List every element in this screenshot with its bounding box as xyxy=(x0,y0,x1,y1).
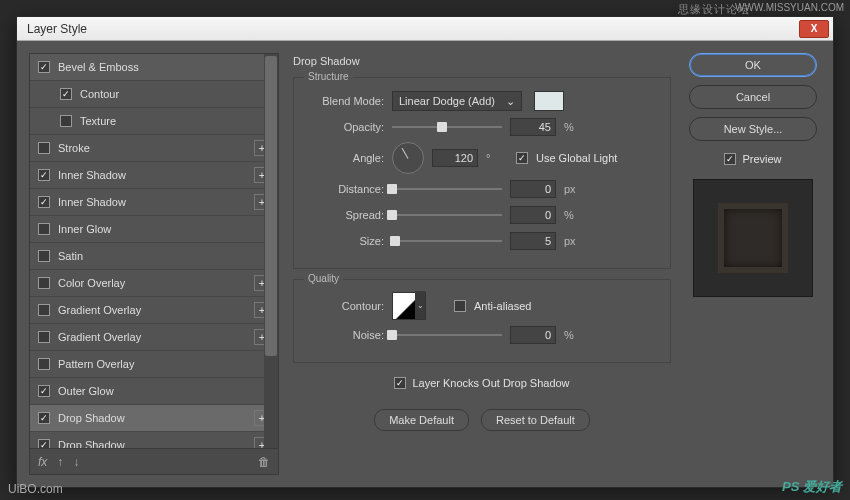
preview-label: Preview xyxy=(742,153,781,165)
layer-knocks-out-checkbox[interactable] xyxy=(394,377,406,389)
style-label: Bevel & Emboss xyxy=(58,61,254,73)
settings-panel: Drop Shadow Structure Blend Mode: Linear… xyxy=(293,53,671,475)
style-item-outer-glow-12[interactable]: Outer Glow xyxy=(30,378,278,405)
style-label: Gradient Overlay xyxy=(58,304,246,316)
distance-slider[interactable] xyxy=(392,182,502,196)
style-item-bevel-emboss-0[interactable]: Bevel & Emboss⌃ xyxy=(30,54,278,81)
dialog-actions: OK Cancel New Style... Preview xyxy=(685,53,821,475)
structure-group: Structure Blend Mode: Linear Dodge (Add)… xyxy=(293,77,671,269)
watermark-bottom-left: UiBO.com xyxy=(8,482,63,496)
style-checkbox[interactable] xyxy=(38,142,50,154)
style-checkbox[interactable] xyxy=(38,304,50,316)
use-global-light-checkbox[interactable] xyxy=(516,152,528,164)
fx-menu-icon[interactable]: fx xyxy=(38,455,47,469)
spread-slider[interactable] xyxy=(392,208,502,222)
anti-aliased-checkbox[interactable] xyxy=(454,300,466,312)
style-label: Stroke xyxy=(58,142,246,154)
style-label: Inner Shadow xyxy=(58,196,246,208)
blend-mode-dropdown[interactable]: Linear Dodge (Add) ⌄ xyxy=(392,91,522,111)
titlebar[interactable]: Layer Style X xyxy=(17,17,833,41)
style-checkbox[interactable] xyxy=(38,385,50,397)
angle-label: Angle: xyxy=(306,152,384,164)
style-label: Drop Shadow xyxy=(58,439,246,448)
style-item-gradient-overlay-9[interactable]: Gradient Overlay+ xyxy=(30,297,278,324)
reset-to-default-button[interactable]: Reset to Default xyxy=(481,409,590,431)
blend-mode-label: Blend Mode: xyxy=(306,95,384,107)
style-item-contour-1[interactable]: Contour xyxy=(30,81,278,108)
use-global-light-label: Use Global Light xyxy=(536,152,617,164)
delete-icon[interactable]: 🗑 xyxy=(258,455,270,469)
style-item-color-overlay-8[interactable]: Color Overlay+ xyxy=(30,270,278,297)
style-item-pattern-overlay-11[interactable]: Pattern Overlay xyxy=(30,351,278,378)
spread-input[interactable]: 0 xyxy=(510,206,556,224)
opacity-label: Opacity: xyxy=(306,121,384,133)
style-item-inner-shadow-5[interactable]: Inner Shadow+ xyxy=(30,189,278,216)
blend-mode-value: Linear Dodge (Add) xyxy=(399,95,495,107)
style-item-stroke-3[interactable]: Stroke+ xyxy=(30,135,278,162)
opacity-unit: % xyxy=(564,121,586,133)
contour-picker[interactable]: ⌄ xyxy=(392,292,426,320)
layer-knocks-out-label: Layer Knocks Out Drop Shadow xyxy=(412,377,569,389)
style-checkbox[interactable] xyxy=(60,115,72,127)
style-label: Gradient Overlay xyxy=(58,331,246,343)
style-checkbox[interactable] xyxy=(38,61,50,73)
style-label: Contour xyxy=(80,88,270,100)
close-button[interactable]: X xyxy=(799,20,829,38)
style-checkbox[interactable] xyxy=(38,412,50,424)
style-item-drop-shadow-14[interactable]: Drop Shadow+ xyxy=(30,432,278,448)
opacity-slider[interactable] xyxy=(392,120,502,134)
ok-button[interactable]: OK xyxy=(689,53,817,77)
spread-unit: % xyxy=(564,209,586,221)
watermark-url: WWW.MISSYUAN.COM xyxy=(735,2,844,13)
shadow-color-swatch[interactable] xyxy=(534,91,564,111)
style-checkbox[interactable] xyxy=(38,169,50,181)
close-icon: X xyxy=(811,23,818,34)
opacity-input[interactable]: 45 xyxy=(510,118,556,136)
style-label: Inner Shadow xyxy=(58,169,246,181)
style-item-texture-2[interactable]: Texture xyxy=(30,108,278,135)
angle-input[interactable]: 120 xyxy=(432,149,478,167)
noise-slider[interactable] xyxy=(392,328,502,342)
style-checkbox[interactable] xyxy=(60,88,72,100)
layer-style-dialog: Layer Style X Bevel & Emboss⌃ContourText… xyxy=(16,16,834,488)
style-item-drop-shadow-13[interactable]: Drop Shadow+ xyxy=(30,405,278,432)
style-item-gradient-overlay-10[interactable]: Gradient Overlay+ xyxy=(30,324,278,351)
style-checkbox[interactable] xyxy=(38,250,50,262)
watermark-bottom-right: PS 爱好者 xyxy=(782,478,842,496)
style-checkbox[interactable] xyxy=(38,439,50,448)
styles-list-footer: fx ↑ ↓ 🗑 xyxy=(30,448,278,474)
distance-unit: px xyxy=(564,183,586,195)
style-label: Texture xyxy=(80,115,270,127)
style-checkbox[interactable] xyxy=(38,223,50,235)
angle-unit: ° xyxy=(486,152,508,164)
quality-group: Quality Contour: ⌄ Anti-aliased Noise: 0… xyxy=(293,279,671,363)
quality-legend: Quality xyxy=(304,273,343,284)
styles-scrollbar[interactable] xyxy=(264,54,278,448)
new-style-button[interactable]: New Style... xyxy=(689,117,817,141)
noise-unit: % xyxy=(564,329,586,341)
scrollbar-thumb[interactable] xyxy=(265,56,277,356)
style-item-satin-7[interactable]: Satin xyxy=(30,243,278,270)
style-checkbox[interactable] xyxy=(38,196,50,208)
cancel-button[interactable]: Cancel xyxy=(689,85,817,109)
move-up-icon[interactable]: ↑ xyxy=(57,455,63,469)
style-item-inner-shadow-4[interactable]: Inner Shadow+ xyxy=(30,162,278,189)
style-label: Color Overlay xyxy=(58,277,246,289)
spread-label: Spread: xyxy=(306,209,384,221)
chevron-down-icon: ⌄ xyxy=(506,95,515,108)
noise-label: Noise: xyxy=(306,329,384,341)
chevron-down-icon: ⌄ xyxy=(415,291,425,319)
size-input[interactable]: 5 xyxy=(510,232,556,250)
noise-input[interactable]: 0 xyxy=(510,326,556,344)
angle-dial[interactable] xyxy=(392,142,424,174)
style-checkbox[interactable] xyxy=(38,331,50,343)
style-checkbox[interactable] xyxy=(38,277,50,289)
style-checkbox[interactable] xyxy=(38,358,50,370)
structure-legend: Structure xyxy=(304,71,353,82)
size-slider[interactable] xyxy=(392,234,502,248)
distance-input[interactable]: 0 xyxy=(510,180,556,198)
preview-checkbox[interactable] xyxy=(724,153,736,165)
style-item-inner-glow-6[interactable]: Inner Glow xyxy=(30,216,278,243)
make-default-button[interactable]: Make Default xyxy=(374,409,469,431)
move-down-icon[interactable]: ↓ xyxy=(73,455,79,469)
